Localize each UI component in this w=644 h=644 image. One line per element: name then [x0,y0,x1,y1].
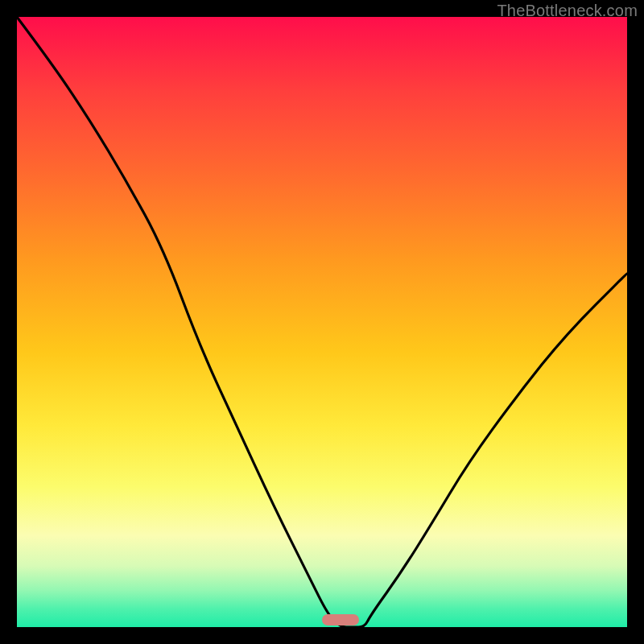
bottleneck-curve [17,17,627,627]
plot-area [17,17,627,627]
watermark: TheBottleneck.com [497,2,638,20]
chart-frame: TheBottleneck.com [0,0,644,644]
optimal-marker [322,614,359,625]
